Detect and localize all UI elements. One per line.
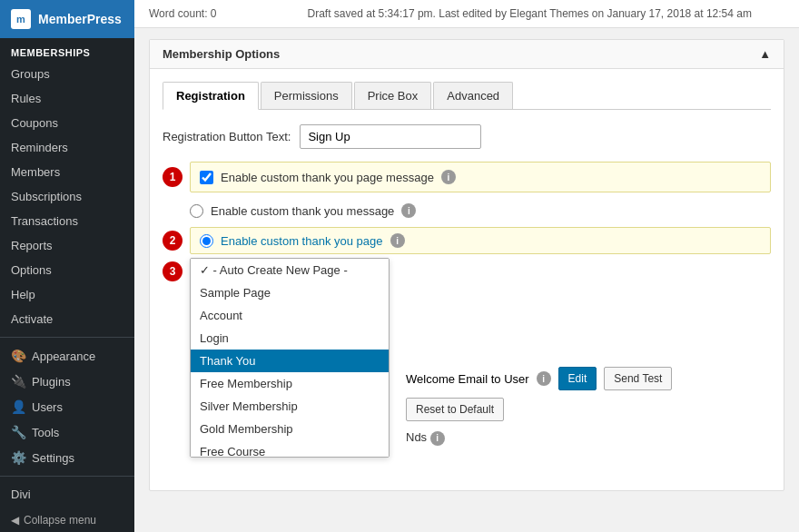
reset-button[interactable]: Reset to Default [406, 398, 504, 421]
sidebar-item-options[interactable]: Options [0, 258, 134, 282]
reg-button-row: Registration Button Text: [163, 124, 771, 149]
enable-custom-ty-label[interactable]: Enable custom thank you page message [221, 171, 434, 184]
dropdown-item-account[interactable]: Account [191, 304, 389, 327]
sidebar-item-label: Appearance [32, 350, 95, 363]
collapse-arrow-icon: ◀ [11, 514, 19, 527]
tab-registration[interactable]: Registration [163, 82, 259, 110]
sidebar-item-appearance[interactable]: 🎨 Appearance [0, 343, 134, 369]
sidebar-item-activate[interactable]: Activate [0, 307, 134, 331]
info-icon-1[interactable]: i [441, 170, 456, 184]
enable-custom-msg-label[interactable]: Enable custom thank you message [211, 204, 394, 218]
settings-icon: ⚙️ [11, 450, 26, 465]
dropdown-item-free-membership[interactable]: Free Membership [191, 372, 389, 395]
sidebar-item-plugins[interactable]: 🔌 Plugins [0, 369, 134, 394]
email-row: Welcome Email to User i Edit Send Test R… [406, 367, 771, 421]
main-area: Word count: 0 Draft saved at 5:34:17 pm.… [134, 0, 799, 532]
ads-text: ds i [414, 430, 444, 444]
sidebar-item-subscriptions[interactable]: Subscriptions [0, 184, 134, 209]
sidebar-item-settings[interactable]: ⚙️ Settings [0, 445, 134, 470]
sidebar: m MemberPress Memberships Groups Rules C… [0, 0, 134, 532]
sidebar-item-label: Rules [11, 92, 41, 105]
sidebar-item-transactions[interactable]: Transactions [0, 209, 134, 233]
email-section: Welcome Email to User i Edit Send Test R… [406, 258, 771, 446]
sidebar-item-label: Reports [11, 239, 53, 252]
dropdown-item-auto[interactable]: ✓ - Auto Create New Page - [191, 259, 389, 281]
section-body: Registration Permissions Price Box Advan… [150, 69, 784, 490]
sidebar-item-rules[interactable]: Rules [0, 86, 134, 111]
reg-button-input[interactable] [300, 124, 481, 149]
section-header: Membership Options ▲ [150, 40, 784, 69]
sidebar-item-label: Settings [32, 451, 74, 465]
collapse-section-icon[interactable]: ▲ [759, 47, 771, 61]
sidebar-item-label: Reminders [11, 141, 68, 154]
sidebar-item-label: Divi [11, 488, 31, 501]
sidebar-item-label: Members [11, 165, 60, 179]
memberships-header: Memberships [0, 38, 134, 62]
sidebar-item-reports[interactable]: Reports [0, 233, 134, 258]
collapse-menu-button[interactable]: ◀ Collapse menu [0, 507, 134, 532]
info-icon-3[interactable]: i [390, 233, 405, 248]
draft-info: Draft saved at 5:34:17 pm. Last edited b… [308, 7, 752, 20]
enable-custom-msg-radio[interactable] [190, 204, 203, 218]
sidebar-item-divi[interactable]: Divi [0, 482, 134, 507]
reg-button-label: Registration Button Text: [163, 130, 291, 143]
dropdown-item-free-course[interactable]: Free Course [191, 440, 389, 458]
sidebar-item-groups[interactable]: Groups [0, 62, 134, 86]
step-badge-1: 1 [163, 167, 182, 187]
sidebar-item-label: Users [32, 400, 63, 414]
dropdown-item-gold-membership[interactable]: Gold Membership [191, 418, 389, 440]
ads-row: Nds i [406, 430, 771, 446]
sidebar-item-tools[interactable]: 🔧 Tools [0, 419, 134, 445]
sidebar-item-label: Help [11, 288, 35, 301]
step-badge-3: 3 [163, 261, 182, 281]
sidebar-item-label: Options [11, 263, 52, 277]
dropdown-item-silver-membership[interactable]: Silver Membership [191, 395, 389, 418]
sidebar-item-label: Coupons [11, 116, 58, 130]
page-dropdown-container: ✓ - Auto Create New Page - Sample Page A… [190, 258, 390, 458]
top-bar: Word count: 0 Draft saved at 5:34:17 pm.… [134, 0, 799, 28]
sidebar-item-reminders[interactable]: Reminders [0, 135, 134, 160]
sidebar-item-members[interactable]: Members [0, 160, 134, 184]
collapse-menu-label: Collapse menu [24, 514, 96, 527]
sidebar-logo[interactable]: m MemberPress [0, 0, 134, 38]
membership-options-box: Membership Options ▲ Registration Permis… [149, 39, 784, 491]
tab-permissions[interactable]: Permissions [261, 82, 352, 109]
enable-custom-ty-checkbox[interactable] [200, 171, 213, 184]
page-dropdown-list[interactable]: ✓ - Auto Create New Page - Sample Page A… [190, 258, 390, 458]
dropdown-item-login[interactable]: Login [191, 327, 389, 350]
send-test-button[interactable]: Send Test [604, 367, 672, 390]
users-icon: 👤 [11, 399, 26, 414]
enable-custom-page-label[interactable]: Enable custom thank you page [221, 234, 383, 248]
enable-custom-page-row: Enable custom thank you page i [190, 227, 771, 254]
enable-custom-ty-row: Enable custom thank you page message i [190, 162, 771, 192]
sidebar-item-coupons[interactable]: Coupons [0, 111, 134, 135]
sidebar-logo-text: MemberPress [38, 12, 122, 26]
sidebar-item-label: Groups [11, 67, 50, 81]
info-icon-ads[interactable]: i [430, 431, 445, 446]
enable-custom-msg-row: Enable custom thank you message i [190, 203, 771, 218]
info-icon-email[interactable]: i [537, 371, 551, 386]
sidebar-item-label: Plugins [32, 375, 71, 389]
section-title: Membership Options [163, 47, 280, 61]
ads-label: N [406, 430, 414, 444]
info-icon-2[interactable]: i [401, 203, 416, 218]
sidebar-item-label: Subscriptions [11, 190, 82, 203]
sidebar-item-help[interactable]: Help [0, 282, 134, 307]
memberpress-logo-icon: m [11, 9, 31, 29]
sidebar-divider [0, 337, 134, 338]
tab-advanced[interactable]: Advanced [433, 82, 513, 109]
step-badge-2: 2 [163, 231, 182, 251]
sidebar-item-label: Activate [11, 312, 53, 326]
edit-button[interactable]: Edit [558, 367, 597, 390]
content-area: Membership Options ▲ Registration Permis… [134, 28, 799, 502]
enable-custom-page-radio[interactable] [200, 234, 213, 248]
plugins-icon: 🔌 [11, 374, 26, 389]
sidebar-item-label: Transactions [11, 214, 78, 228]
step1-wrap: 1 Enable custom thank you page message i [163, 162, 771, 192]
word-count: Word count: 0 [149, 7, 216, 20]
tab-price-box[interactable]: Price Box [354, 82, 432, 109]
sidebar-item-users[interactable]: 👤 Users [0, 394, 134, 419]
dropdown-item-sample[interactable]: Sample Page [191, 281, 389, 304]
membership-tabs: Registration Permissions Price Box Advan… [163, 82, 771, 110]
dropdown-item-thankyou[interactable]: Thank You [191, 350, 389, 372]
